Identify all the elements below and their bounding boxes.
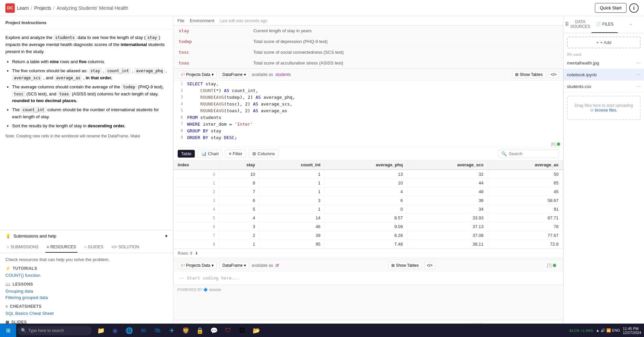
file-item-mentalhealth[interactable]: mentalhealth.jpg ··· [564, 57, 644, 69]
file-name-mentalhealth: mentalhealth.jpg [567, 60, 599, 66]
file-menu-students[interactable]: ··· [636, 83, 641, 89]
taskbar-app-explorer[interactable]: 📁 [94, 324, 108, 337]
learn-link[interactable]: Learn [17, 5, 29, 11]
results-toolbar: Table 📊 Chart ≡ Filter ⊞ Columns [174, 148, 563, 160]
add-file-button[interactable]: + + Add [567, 37, 641, 48]
sql-editor[interactable]: 1 SELECT stay, 2 COUNT(*) AS count_int, … [174, 81, 563, 147]
start-button[interactable]: ⊞ [0, 324, 16, 337]
taskbar-app-files2[interactable]: 📂 [250, 324, 263, 337]
instructions-content: Explore and analyze the students data to… [0, 30, 173, 230]
data-sources-icon: 🗄 [565, 22, 569, 27]
search-input[interactable] [509, 151, 556, 156]
projects-link[interactable]: Projects [34, 5, 51, 11]
table-cell: 58.67 [488, 196, 563, 205]
df-label: DataFrame [222, 72, 243, 77]
taskbar: ⊞ 🔍 📁 ◉ 🌐 ✉ 🛍 ✈ 🦁 🔒 💬 [0, 324, 644, 337]
tab-expand[interactable]: → [618, 16, 644, 33]
filter-button[interactable]: ≡ Filter [225, 150, 246, 158]
table-cell: 72.8 [488, 240, 563, 249]
stock-status: ALCN +1.94% [569, 329, 593, 333]
instructions-header: Project Instructions [0, 16, 173, 30]
cell2-code-view-button[interactable]: </> [424, 262, 435, 269]
sql-cheat-sheet-link[interactable]: SQL Basics Cheat Sheet [5, 311, 168, 316]
international-bold: international [121, 42, 147, 47]
taskbar-search-box[interactable]: 🔍 [17, 326, 92, 335]
cell2-dropdown-chevron: ▾ [212, 263, 214, 268]
dc-logo[interactable]: DC [5, 3, 15, 13]
table-cell: 0 [174, 170, 219, 179]
chart-view-button[interactable]: 📊 Chart [198, 150, 222, 158]
cell2-projects-badge[interactable]: 🏷 Projects Data ▾ [178, 262, 217, 269]
file-item-notebook[interactable]: notebook.ipynb ··· [564, 69, 644, 81]
taskbar-app-outlook[interactable]: ✉ [137, 324, 150, 337]
file-tab[interactable]: File [177, 18, 184, 23]
table-cell: 1 [174, 179, 219, 187]
sql-line-3: 3 ROUND(AVG(todep), 2) AS average_phq, [174, 94, 563, 101]
dropdown-chevron: ▾ [212, 72, 214, 77]
table-cell: 3 [174, 196, 219, 205]
file-menu-mentalhealth[interactable]: ··· [636, 60, 641, 66]
taskbar-app-vpn[interactable]: 🔒 [193, 324, 207, 337]
grouping-data-link[interactable]: Grouping data [5, 289, 168, 294]
tab-solution[interactable]: </> SOLUTION [110, 242, 141, 253]
taskbar-app-antivirus[interactable]: 🛡 [221, 324, 235, 337]
stock-label: ALCN [569, 329, 579, 333]
submissions-header[interactable]: 💡 Submissions and help ▾ [0, 230, 173, 242]
tab-guides[interactable]: ○ GUIDES [83, 242, 105, 253]
taskbar-app-browser1[interactable]: ◉ [108, 324, 122, 337]
download-icon[interactable]: ⬇ [195, 251, 198, 256]
tab-resources[interactable]: ≡ RESOURCES [45, 242, 77, 253]
var-desc-toas: Total score of acculturative stress (ASI… [248, 58, 563, 69]
table-cell: 14 [259, 214, 325, 222]
taskbar-app-photos[interactable]: 🖼 [236, 324, 249, 337]
search-box[interactable]: 🔍 [498, 150, 559, 158]
code-view-button[interactable]: </> [548, 71, 559, 78]
taskbar-app-store[interactable]: 🛍 [151, 324, 164, 337]
projects-badge[interactable]: 🏷 Projects Data ▾ [178, 71, 217, 78]
table-cell: 4 [219, 214, 259, 222]
taskbar-app-edge[interactable]: 🌐 [122, 324, 136, 337]
results-table: index stay count_int average_phq average… [174, 160, 563, 249]
cheatsheets-icon: ≡ [5, 304, 8, 309]
files-icon: 📄 [596, 22, 601, 27]
taskbar-search-input[interactable] [28, 328, 82, 333]
dataframe-badge[interactable]: DataFrame ▾ [219, 71, 249, 78]
tab-data-sources[interactable]: 🗄 DATA SOURCES [564, 16, 592, 33]
table-cell: 6 [219, 196, 259, 205]
table-cell: 5 [219, 205, 259, 214]
table-cell: 1 [259, 179, 325, 187]
file-name-students: students.csv [567, 84, 591, 89]
count-function-link[interactable]: COUNT() function [5, 273, 168, 278]
notebook-area[interactable]: stay Current length of stay in years tod… [173, 26, 563, 320]
cell2-show-tables-button[interactable]: ⊞ Show Tables [388, 262, 422, 269]
file-item-students[interactable]: students.csv ··· [564, 81, 644, 92]
table-cell: 34 [407, 205, 488, 214]
table-cell: 33.93 [407, 214, 488, 222]
cell2-df-badge[interactable]: DataFrame ▾ [219, 262, 249, 269]
taskbar-app-telegram[interactable]: ✈ [165, 324, 178, 337]
info-button[interactable]: i [629, 3, 639, 13]
coding-placeholder[interactable]: -- Start coding here... [174, 271, 563, 285]
taskbar-app-brave[interactable]: 🦁 [179, 324, 192, 337]
students-code: students [53, 35, 76, 41]
sql-line-6: 6 FROM students [174, 114, 563, 121]
left-panel: Project Instructions Explore and analyze… [0, 16, 173, 337]
quick-start-button[interactable]: Quick Start [595, 3, 627, 13]
usage-text: 0% used [564, 52, 644, 57]
tab-files[interactable]: 📄 FILES [592, 16, 618, 33]
filtering-grouped-link[interactable]: Filtering grouped data [5, 295, 168, 300]
taskbar-app-whatsapp[interactable]: 💬 [207, 324, 221, 337]
table-row: 54148.5733.9387.71 [174, 214, 563, 222]
sql-line-5: 5 ROUND(AVG(toas), 2) AS average_as [174, 108, 563, 114]
table-cell: 4 [174, 205, 219, 214]
sep2: / [53, 5, 55, 11]
file-menu-notebook[interactable]: ··· [636, 72, 641, 78]
columns-icon: ⊞ [252, 151, 256, 156]
drop-zone: Drag files here to start uploadingor bro… [567, 96, 641, 120]
environment-tab[interactable]: Environment [190, 18, 214, 23]
columns-button[interactable]: ⊞ Columns [249, 150, 278, 158]
browse-files-link[interactable]: browse files. [595, 108, 617, 113]
table-view-button[interactable]: Table [178, 150, 195, 158]
show-tables-button[interactable]: ⊞ Show Tables [512, 71, 546, 78]
tab-submissions[interactable]: ○ SUBMISSIONS [5, 242, 40, 253]
